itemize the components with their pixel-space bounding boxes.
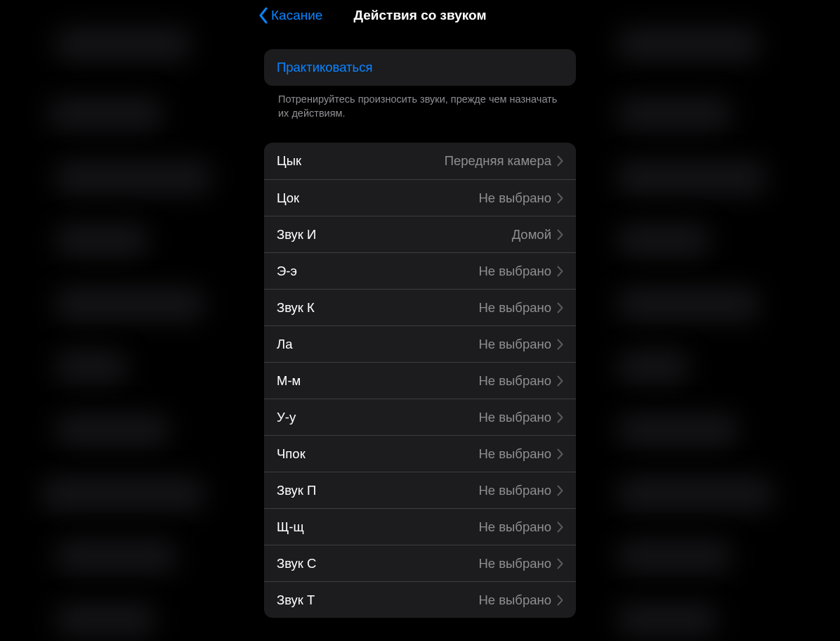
sound-value: Не выбрано (478, 483, 551, 498)
sound-name: Чпок (277, 446, 306, 462)
back-label: Касание (271, 8, 322, 23)
sound-value: Не выбрано (478, 519, 551, 535)
chevron-right-icon (557, 302, 563, 313)
chevron-right-icon (557, 412, 563, 423)
chevron-right-icon (557, 229, 563, 240)
sound-value: Домой (512, 227, 551, 242)
sound-row[interactable]: ЦокНе выбрано (264, 179, 576, 216)
sound-name: Звук С (277, 556, 316, 571)
sound-name: Щ-щ (277, 519, 304, 535)
sound-name: Цык (277, 153, 301, 169)
sound-row[interactable]: ЦыкПередняя камера (264, 143, 576, 179)
chevron-right-icon (557, 558, 563, 569)
sound-row[interactable]: Звук ПНе выбрано (264, 472, 576, 508)
practice-footer: Потренируйтесь произносить звуки, прежде… (264, 86, 576, 120)
sound-row[interactable]: Звук СНе выбрано (264, 545, 576, 581)
practice-button[interactable]: Практиковаться (264, 49, 576, 86)
sound-name: Ла (277, 337, 292, 352)
sound-name: У-у (277, 410, 296, 425)
chevron-right-icon (557, 339, 563, 350)
sound-value: Не выбрано (478, 190, 551, 206)
sound-row[interactable]: ЧпокНе выбрано (264, 435, 576, 472)
chevron-right-icon (557, 448, 563, 460)
sound-row[interactable]: Э-эНе выбрано (264, 252, 576, 289)
sound-row[interactable]: ЛаНе выбрано (264, 325, 576, 362)
sound-row[interactable]: М-мНе выбрано (264, 362, 576, 399)
sounds-list: ЦыкПередняя камераЦокНе выбраноЗвук ИДом… (264, 143, 576, 618)
chevron-right-icon (557, 375, 563, 387)
sound-row[interactable]: Звук КНе выбрано (264, 289, 576, 325)
sound-name: Звук П (277, 483, 316, 498)
practice-label: Практиковаться (277, 60, 372, 75)
sound-value: Не выбрано (478, 593, 551, 608)
sound-name: М-м (277, 373, 301, 389)
phone-screen: Касание Действия со звуком Практиковатьс… (251, 0, 589, 641)
sound-value: Не выбрано (478, 337, 551, 352)
sound-value: Не выбрано (478, 373, 551, 389)
chevron-left-icon (258, 7, 268, 24)
sound-name: Звук И (277, 227, 316, 242)
page-title: Действия со звуком (354, 8, 487, 23)
chevron-right-icon (557, 595, 563, 606)
chevron-right-icon (557, 522, 563, 533)
sound-row[interactable]: Звук ТНе выбрано (264, 581, 576, 618)
sound-row[interactable]: У-уНе выбрано (264, 399, 576, 435)
chevron-right-icon (557, 266, 563, 277)
sound-name: Звук Т (277, 593, 315, 608)
chevron-right-icon (557, 155, 563, 167)
sound-value: Передняя камера (445, 153, 551, 169)
sound-name: Э-э (277, 264, 297, 279)
sound-name: Цок (277, 190, 299, 206)
chevron-right-icon (557, 485, 563, 496)
nav-bar: Касание Действия со звуком (251, 0, 589, 31)
practice-group: Практиковаться (264, 49, 576, 86)
sound-row[interactable]: Звук ИДомой (264, 216, 576, 252)
sound-name: Звук К (277, 300, 315, 316)
back-button[interactable]: Касание (256, 4, 325, 27)
content: Практиковаться Потренируйтесь произносит… (251, 49, 589, 618)
sound-value: Не выбрано (478, 264, 551, 279)
sound-value: Не выбрано (478, 300, 551, 316)
sound-row[interactable]: Щ-щНе выбрано (264, 508, 576, 545)
chevron-right-icon (557, 193, 563, 204)
sound-value: Не выбрано (478, 410, 551, 425)
sound-value: Не выбрано (478, 556, 551, 571)
sound-value: Не выбрано (478, 446, 551, 462)
